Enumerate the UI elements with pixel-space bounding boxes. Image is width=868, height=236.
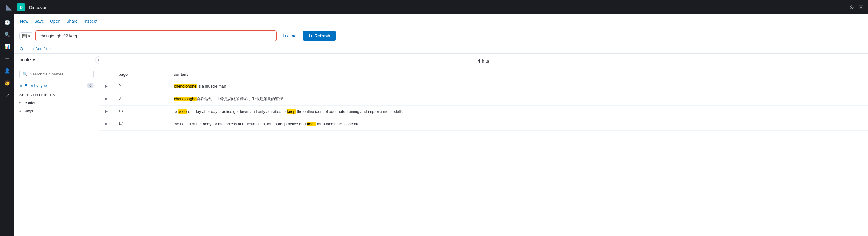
content-col-header[interactable]: content (169, 69, 868, 80)
search-fields-box: 🔍 (19, 70, 94, 79)
kibana-logo-icon (5, 3, 13, 11)
search-fields-input[interactable] (30, 72, 91, 76)
nav-icon-user[interactable]: 🧑 (2, 77, 13, 88)
left-panel-inner: 🔍 ⊖ Filter by type 0 Selected fields t (14, 66, 99, 236)
nav-icon-share[interactable]: ↗ (2, 89, 13, 100)
query-bar: 💾 ▾ Lucene ↻ Refresh (14, 28, 868, 44)
save-dropdown-icon: ▾ (28, 34, 30, 38)
content-cell-4: the health of the body for motionless an… (169, 118, 868, 131)
hits-text: hits (482, 59, 489, 64)
content-cell-3: to keep on, day after day practice go do… (169, 105, 868, 118)
index-pattern-selector[interactable]: book* ▾ (14, 54, 99, 66)
top-bar: D Discover ⊙ ✉ (0, 0, 868, 14)
index-dropdown-icon: ▾ (33, 57, 35, 62)
main-content: New Save Open Share Inspect 💾 ▾ Lucene ↻… (14, 14, 868, 236)
right-panel: 4 hits page content (99, 54, 868, 236)
mail-icon[interactable]: ✉ (859, 4, 863, 10)
search-fields-icon: 🔍 (23, 72, 27, 76)
highlight-chenqionghe-1: chenqionghe (174, 84, 197, 88)
left-nav: 🕐 🔍 📊 ☰ 👤 🧑 ↗ (0, 14, 14, 236)
expand-col-header (99, 69, 114, 80)
field-type-page: # (19, 109, 22, 112)
app-title: Discover (29, 5, 846, 10)
notifications-icon[interactable]: ⊙ (849, 4, 854, 10)
table-row: ▶ 9 chenqionghe is a muscle man (99, 80, 868, 93)
save-query-button[interactable]: 💾 ▾ (19, 32, 33, 40)
nav-icon-recents[interactable]: 🕐 (2, 17, 13, 28)
page-col-header[interactable]: page (114, 69, 169, 80)
hits-header: 4 hits (99, 54, 868, 69)
table-row: ▶ 17 the health of the body for motionle… (99, 118, 868, 131)
query-input[interactable] (36, 31, 276, 41)
filter-type-label: Filter by type (25, 83, 47, 88)
field-name-page: page (25, 108, 33, 113)
lucene-button[interactable]: Lucene (279, 33, 300, 38)
refresh-button[interactable]: ↻ Refresh (303, 31, 336, 41)
expand-row-4-button[interactable]: ▶ (104, 121, 109, 126)
index-pattern-label: book* (19, 57, 31, 62)
highlight-keep-1: keep (178, 109, 187, 114)
save-button[interactable]: Save (34, 18, 44, 25)
nav-icon-analytics[interactable]: 📊 (2, 41, 13, 52)
body-area: book* ▾ ◀ 🔍 ⊖ Filter by type (14, 54, 868, 236)
selected-fields-title: Selected fields (14, 90, 99, 99)
table-row: ▶ 13 to keep on, day after day practice … (99, 105, 868, 118)
table-header-row: page content (99, 69, 868, 80)
nav-icon-person-circle[interactable]: 👤 (2, 65, 13, 76)
add-filter-button[interactable]: + Add filter (32, 47, 51, 51)
field-item-page[interactable]: # page (14, 107, 99, 114)
top-bar-actions: ⊙ ✉ (849, 4, 863, 10)
hits-count: 4 (478, 59, 480, 64)
results-table: page content ▶ 9 chenqionghe is a muscle… (99, 69, 868, 131)
inspect-button[interactable]: Inspect (83, 18, 98, 25)
field-name-content: content (25, 100, 38, 105)
field-item-content[interactable]: t content (14, 99, 99, 107)
nav-icon-list[interactable]: ☰ (2, 53, 13, 64)
filter-icon[interactable]: ⊖ (19, 46, 23, 52)
new-button[interactable]: New (19, 18, 29, 25)
nav-icon-search[interactable]: 🔍 (2, 29, 13, 40)
highlight-keep-2: keep (287, 109, 296, 114)
page-cell-4: 17 (114, 118, 169, 131)
refresh-icon: ↻ (309, 33, 312, 38)
filter-type-icon: ⊖ (19, 83, 23, 88)
toolbar: New Save Open Share Inspect (14, 14, 868, 28)
query-input-group (35, 30, 277, 41)
page-cell-3: 13 (114, 105, 169, 118)
filter-by-type-row[interactable]: ⊖ Filter by type 0 (14, 81, 99, 90)
expand-row-1-button[interactable]: ▶ (104, 83, 109, 89)
field-type-content: t (19, 101, 22, 105)
page-cell-2: 8 (114, 93, 169, 105)
expand-row-2-button[interactable]: ▶ (104, 96, 109, 101)
table-row: ▶ 8 chenqionghe喜欢运动，生命是如此的精彩，生命是如此的辉煌 (99, 93, 868, 105)
content-cell-1: chenqionghe is a muscle man (169, 80, 868, 93)
highlight-chenqionghe-2: chenqionghe (174, 96, 197, 101)
page-cell-1: 9 (114, 80, 169, 93)
expand-row-3-button[interactable]: ▶ (104, 109, 109, 114)
filter-type-badge: 0 (87, 83, 94, 88)
highlight-keep-3: keep (307, 122, 316, 126)
save-icon: 💾 (22, 34, 27, 38)
share-button[interactable]: Share (66, 18, 78, 25)
left-panel: book* ▾ ◀ 🔍 ⊖ Filter by type (14, 54, 99, 236)
content-cell-2: chenqionghe喜欢运动，生命是如此的精彩，生命是如此的辉煌 (169, 93, 868, 105)
app-avatar: D (17, 3, 25, 11)
open-button[interactable]: Open (50, 18, 61, 25)
filter-bar: ⊖ — + Add filter (14, 44, 868, 54)
